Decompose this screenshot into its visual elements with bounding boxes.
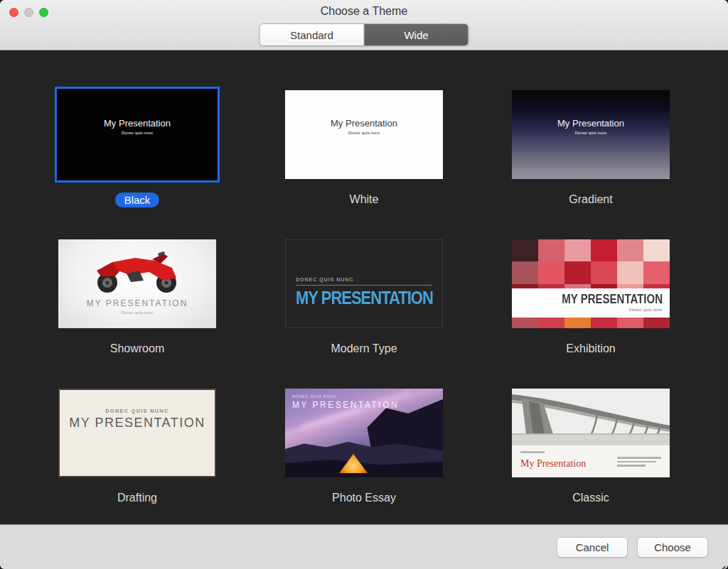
theme-card-black[interactable]: My Presentation Donec quis nunc Black (24, 90, 251, 208)
dialog-footer: Cancel Choose (0, 524, 728, 569)
theme-label-showroom: Showroom (110, 340, 164, 357)
theme-card-white[interactable]: My Presentation Donec quis nunc White (251, 90, 478, 208)
selected-theme-badge: Black (115, 193, 160, 207)
theme-card-classic[interactable]: My Presentation Classic (478, 389, 705, 506)
theme-label-white: White (350, 191, 379, 208)
size-segmented-control: Standard Wide (259, 23, 469, 46)
theme-label-classic: Classic (572, 489, 609, 506)
theme-grid-area: My Presentation Donec quis nunc Black My… (0, 50, 728, 524)
slide-title: MY PRESENTATION (296, 288, 432, 309)
theme-label-black: Black (115, 191, 160, 208)
theme-thumbnail-drafting[interactable]: DONEC QUIS NUNC MY PRESENTATION (58, 389, 216, 477)
slide-eyebrow: DONEC QUIS NUNC (296, 277, 432, 282)
theme-card-modern-type[interactable]: DONEC QUIS NUNC MY PRESENTATION Modern T… (251, 239, 478, 357)
slide-subtitle: Donec quis nunc (285, 131, 443, 135)
title-bar: Choose a Theme Standard Wide (0, 0, 728, 50)
theme-thumbnail-classic[interactable]: My Presentation (512, 389, 670, 477)
slide-title: MY PRESENTATION (292, 400, 399, 410)
body-text-placeholder (617, 457, 661, 469)
slide-title: My Presentation (520, 458, 586, 470)
title-band: MY PRESENTATION Donec quis nunc (512, 288, 670, 318)
theme-thumbnail-black[interactable]: My Presentation Donec quis nunc (58, 90, 216, 179)
divider-line (296, 285, 432, 286)
slide-title: MY PRESENTATION (60, 416, 215, 430)
theme-thumbnail-gradient[interactable]: My Presentation Donec quis nunc (512, 90, 670, 179)
theme-thumbnail-white[interactable]: My Presentation Donec quis nunc (285, 90, 443, 179)
theme-label-gradient: Gradient (569, 191, 612, 208)
slide-title: My Presentation (58, 118, 216, 129)
theme-label-exhibition: Exhibition (566, 340, 615, 357)
cancel-button[interactable]: Cancel (557, 537, 628, 558)
slide-subtitle: Donec quis nunc (58, 131, 216, 135)
slide-subtitle: Donec quis nunc (512, 131, 670, 135)
theme-label-photo-essay: Photo Essay (332, 489, 396, 506)
theme-card-photo-essay[interactable]: DONEC QUIS NUNC MY PRESENTATION Photo Es… (251, 389, 478, 506)
slide-subtitle: Donec quis nunc (58, 310, 216, 315)
slide-eyebrow: DONEC QUIS NUNC (60, 408, 215, 413)
sky-streak (285, 407, 362, 439)
theme-card-showroom[interactable]: MY PRESENTATION Donec quis nunc Showroom (24, 239, 251, 357)
theme-thumbnail-exhibition[interactable]: MY PRESENTATION Donec quis nunc (512, 239, 670, 328)
slide-title: My Presentation (512, 118, 670, 129)
caption-placeholder (520, 451, 545, 453)
slide-eyebrow: DONEC QUIS NUNC (292, 394, 399, 399)
bridge-image (512, 389, 670, 445)
theme-grid: My Presentation Donec quis nunc Black My… (24, 50, 705, 506)
theme-card-drafting[interactable]: DONEC QUIS NUNC MY PRESENTATION Drafting (24, 389, 251, 506)
slide-title: MY PRESENTATION (562, 292, 663, 306)
motorcycle-image (84, 249, 191, 293)
theme-thumbnail-showroom[interactable]: MY PRESENTATION Donec quis nunc (58, 239, 216, 328)
resize-handle-icon[interactable] (719, 560, 727, 568)
slide-title: My Presentation (285, 118, 443, 129)
theme-thumbnail-photo-essay[interactable]: DONEC QUIS NUNC MY PRESENTATION (285, 389, 443, 477)
theme-label-drafting: Drafting (117, 489, 157, 506)
slide-title: MY PRESENTATION (58, 298, 216, 308)
choose-button[interactable]: Choose (637, 537, 708, 558)
choose-theme-dialog: Choose a Theme Standard Wide My Presenta… (0, 0, 728, 569)
tab-standard[interactable]: Standard (260, 24, 365, 45)
window-title: Choose a Theme (0, 5, 728, 18)
slide-subtitle: Donec quis nunc (629, 307, 663, 313)
tab-wide[interactable]: Wide (365, 24, 469, 45)
theme-card-exhibition[interactable]: MY PRESENTATION Donec quis nunc Exhibiti… (478, 239, 705, 357)
theme-label-modern-type: Modern Type (331, 340, 397, 357)
theme-card-gradient[interactable]: My Presentation Donec quis nunc Gradient (478, 90, 705, 208)
theme-thumbnail-modern-type[interactable]: DONEC QUIS NUNC MY PRESENTATION (285, 239, 443, 328)
